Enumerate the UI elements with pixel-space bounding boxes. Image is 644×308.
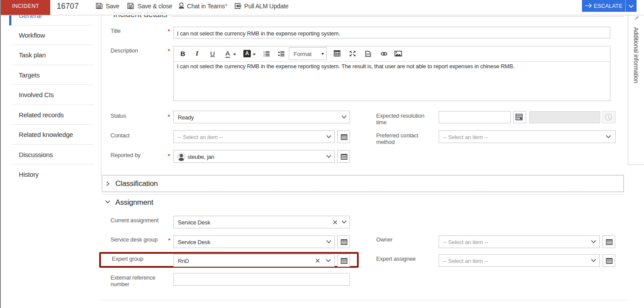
svg-text:2: 2 <box>263 54 265 56</box>
